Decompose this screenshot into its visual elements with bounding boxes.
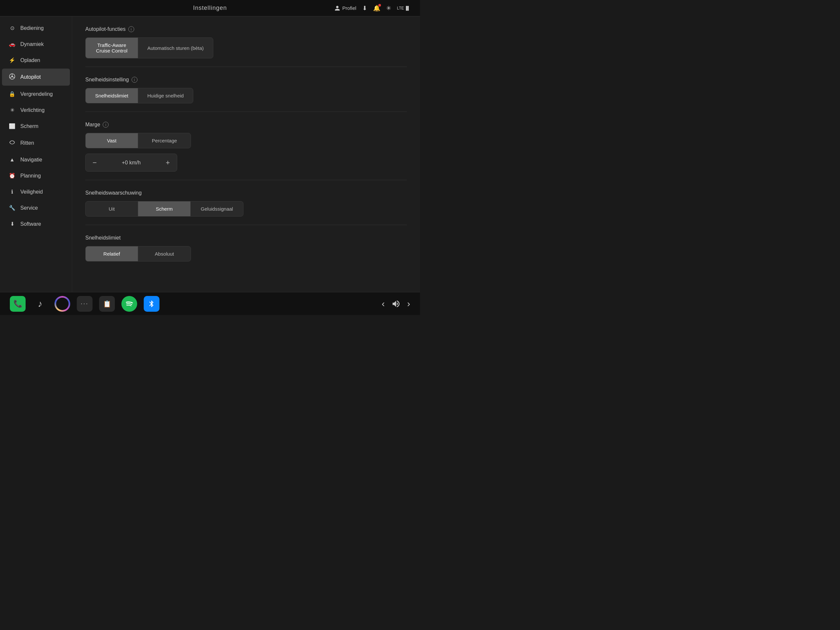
sidebar-item-bediening[interactable]: ⊙ Bediening: [2, 21, 70, 36]
snelheidswaarschuwing-btn-group: Uit Scherm Geluidssignaal: [85, 201, 243, 216]
snelheidsinstelling-info-icon[interactable]: i: [131, 77, 137, 83]
clock-icon: ⏰: [8, 172, 16, 179]
dots-app[interactable]: ···: [77, 296, 93, 312]
taskbar: 📞 ♪ ··· 📋 ‹ ›: [0, 292, 420, 315]
sidebar-label-bediening: Bediening: [21, 25, 44, 31]
spotify-app[interactable]: [122, 296, 137, 312]
sidebar-label-dynamiek: Dynamiek: [21, 41, 44, 47]
sidebar-item-planning[interactable]: ⏰ Planning: [2, 168, 70, 183]
phone-app[interactable]: 📞: [10, 296, 25, 312]
traffic-aware-btn[interactable]: Traffic-AwareCruise Control: [86, 38, 138, 58]
volume-control[interactable]: [392, 299, 401, 308]
sidebar-label-opladen: Opladen: [21, 57, 40, 63]
lte-signal-icon: LTE ▐▌: [397, 6, 410, 11]
sidebar-item-dynamiek[interactable]: 🚗 Dynamiek: [2, 36, 70, 52]
vast-btn[interactable]: Vast: [86, 133, 138, 148]
speed-increase-btn[interactable]: +: [159, 153, 177, 172]
bell-icon[interactable]: 🔔: [373, 5, 380, 12]
sidebar-item-ritten[interactable]: Ritten: [2, 134, 70, 152]
autopilot-functies-section: Autopilot-functies i Traffic-AwareCruise…: [85, 26, 407, 67]
snelheidswaarschuwing-title: Snelheidswaarschuwing: [85, 190, 407, 196]
sidebar-label-planning: Planning: [21, 173, 41, 179]
download-icon[interactable]: ⬇: [362, 5, 367, 12]
sidebar-item-navigatie[interactable]: ▲ Navigatie: [2, 152, 70, 167]
snelheidslimiet-title: Snelheidslimiet: [85, 235, 407, 241]
percentage-btn[interactable]: Percentage: [138, 133, 191, 148]
bolt-icon: ⚡: [8, 57, 16, 63]
bluetooth-app[interactable]: [144, 296, 159, 312]
sidebar-label-autopilot: Autopilot: [21, 74, 41, 80]
snelheidsinstelling-section: Snelheidsinstelling i Snelheidslimiet Hu…: [85, 77, 407, 112]
taskbar-nav: ‹ ›: [382, 298, 410, 309]
profile-label: Profiel: [342, 5, 356, 11]
speed-control: − +0 km/h +: [85, 153, 177, 172]
display-icon: ⬜: [8, 123, 16, 129]
snelheidslimiet-btn[interactable]: Snelheidslimiet: [86, 88, 138, 103]
autopilot-functies-btn-group: Traffic-AwareCruise Control Automatisch …: [85, 38, 213, 58]
marge-title: Marge i: [85, 122, 407, 128]
geluidssignaal-btn[interactable]: Geluidssignaal: [191, 202, 243, 216]
top-bar: Instellingen Profiel ⬇ 🔔 ✳ LTE ▐▌: [0, 0, 420, 16]
sidebar-item-scherm[interactable]: ⬜ Scherm: [2, 118, 70, 134]
marge-section: Marge i Vast Percentage − +0 km/h +: [85, 122, 407, 180]
music-app[interactable]: ♪: [32, 296, 48, 312]
snelheidsinstelling-title: Snelheidsinstelling i: [85, 77, 407, 83]
sidebar-item-software[interactable]: ⬇ Software: [2, 216, 70, 232]
sidebar-label-software: Software: [21, 221, 41, 227]
huidige-snelheid-btn[interactable]: Huidige snelheid: [138, 88, 193, 103]
wrench-icon: 🔧: [8, 205, 16, 211]
snelheidslimiet-btn-group: Relatief Absoluut: [85, 246, 191, 262]
svg-line-3: [10, 77, 11, 78]
sidebar-label-verlichting: Verlichting: [21, 107, 45, 113]
sidebar-label-veiligheid: Veiligheid: [21, 189, 43, 195]
svg-point-1: [11, 76, 13, 77]
car-icon: 🚗: [8, 41, 16, 47]
siri-app[interactable]: [54, 296, 70, 312]
snelheidslimiet-section: Snelheidslimiet Relatief Absoluut: [85, 235, 407, 270]
autopilot-functies-title: Autopilot-functies i: [85, 26, 407, 32]
lock-icon: 🔒: [8, 91, 16, 97]
sidebar: ⊙ Bediening 🚗 Dynamiek ⚡ Opladen Autopil…: [0, 16, 72, 292]
sidebar-item-verlichting[interactable]: ✳ Verlichting: [2, 103, 70, 118]
snelheidsinstelling-btn-group: Snelheidslimiet Huidige snelheid: [85, 88, 193, 103]
notes-app[interactable]: 📋: [99, 296, 115, 312]
sidebar-label-ritten: Ritten: [21, 140, 34, 146]
sidebar-item-autopilot[interactable]: Autopilot: [2, 69, 70, 86]
content-area: Autopilot-functies i Traffic-AwareCruise…: [72, 16, 420, 292]
bluetooth-icon[interactable]: ✳: [386, 5, 391, 12]
sidebar-item-opladen[interactable]: ⚡ Opladen: [2, 52, 70, 68]
nav-prev-btn[interactable]: ‹: [382, 298, 385, 309]
scherm-btn[interactable]: Scherm: [138, 202, 191, 216]
sidebar-label-service: Service: [21, 205, 38, 211]
uit-btn[interactable]: Uit: [86, 202, 138, 216]
sidebar-label-navigatie: Navigatie: [21, 157, 42, 163]
svg-line-4: [13, 77, 14, 78]
top-bar-right: Profiel ⬇ 🔔 ✳ LTE ▐▌: [334, 5, 410, 12]
sidebar-label-scherm: Scherm: [21, 123, 38, 129]
speed-decrease-btn[interactable]: −: [86, 153, 104, 172]
sidebar-item-vergrendeling[interactable]: 🔒 Vergrendeling: [2, 86, 70, 102]
toggle-icon: ⊙: [8, 25, 16, 31]
nav-next-btn[interactable]: ›: [407, 298, 410, 309]
download-software-icon: ⬇: [8, 221, 16, 227]
steering-icon: [8, 73, 16, 81]
automatisch-sturen-btn[interactable]: Automatisch sturen (bèta): [138, 38, 213, 58]
autopilot-functies-info-icon[interactable]: i: [128, 26, 134, 32]
marge-btn-group: Vast Percentage: [85, 133, 191, 148]
ritten-icon: [8, 139, 16, 147]
nav-icon: ▲: [8, 157, 16, 163]
snelheidswaarschuwing-section: Snelheidswaarschuwing Uit Scherm Geluids…: [85, 190, 407, 225]
shield-icon: ℹ: [8, 189, 16, 195]
sidebar-label-vergrendeling: Vergrendeling: [21, 91, 53, 97]
main-layout: ⊙ Bediening 🚗 Dynamiek ⚡ Opladen Autopil…: [0, 16, 420, 292]
sidebar-item-service[interactable]: 🔧 Service: [2, 200, 70, 216]
page-title: Instellingen: [193, 5, 227, 11]
sidebar-item-veiligheid[interactable]: ℹ Veiligheid: [2, 184, 70, 199]
speed-value: +0 km/h: [104, 160, 159, 166]
marge-info-icon[interactable]: i: [103, 122, 109, 128]
sun-icon: ✳: [8, 107, 16, 113]
profile-button[interactable]: Profiel: [334, 5, 356, 11]
absoluut-btn[interactable]: Absoluut: [138, 246, 191, 261]
relatief-btn[interactable]: Relatief: [86, 246, 138, 261]
